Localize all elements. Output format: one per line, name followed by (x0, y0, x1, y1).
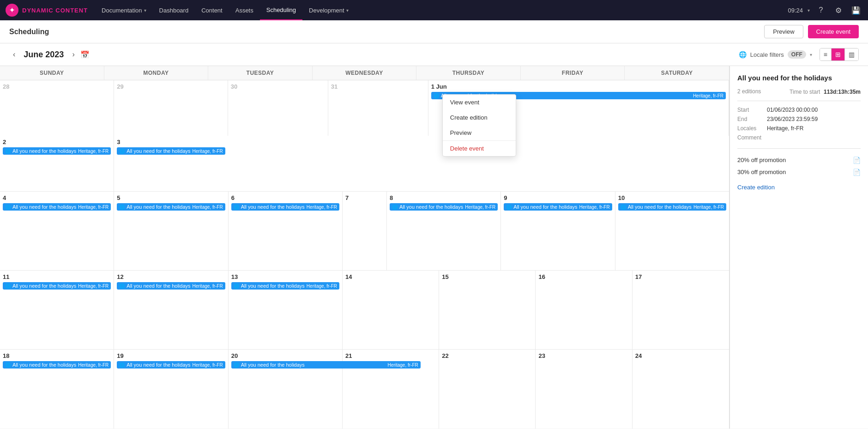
event-globe-icon: 🌐 (119, 149, 125, 154)
cal-cell-14: 14 (343, 271, 439, 349)
date-11: 11 (3, 273, 111, 280)
event-locale: Heritage, fr-FR (193, 363, 223, 368)
context-create-edition[interactable]: Create edition (443, 110, 516, 125)
logo-area[interactable]: ✦ DYNAMIC CONTENT (6, 4, 88, 17)
sidebar: All you need for the holidays 2 editions… (729, 66, 868, 429)
date-17: 17 (635, 273, 726, 280)
create-event-button[interactable]: Create event (808, 25, 859, 38)
calendar-event-4[interactable]: 🌐 All you need for the holidays Heritage… (3, 203, 111, 211)
sidebar-time-to-start-area: Time to start 113d:13h:35m (790, 88, 861, 95)
calendar-event-10[interactable]: 🌐 All you need for the holidays Heritage… (618, 203, 726, 211)
today-icon[interactable]: 📅 (80, 50, 90, 59)
day-wednesday: Wednesday (313, 66, 417, 80)
cal-cell-7: 7 (343, 192, 387, 270)
day-saturday: Saturday (625, 66, 729, 80)
context-preview[interactable]: Preview (443, 125, 516, 140)
event-globe-icon: 🌐 (234, 284, 239, 289)
days-header: Sunday Monday Tuesday Wednesday Thursday… (0, 66, 729, 80)
locale-filter-status: OFF (788, 50, 806, 59)
help-icon[interactable]: ? (814, 4, 827, 17)
date-8: 8 (390, 194, 498, 201)
settings-icon[interactable]: ⚙ (832, 4, 845, 17)
save-icon[interactable]: 💾 (850, 4, 862, 17)
week-view-button[interactable]: ▥ (845, 48, 858, 60)
event-globe-icon: 🌐 (5, 363, 11, 368)
calendar-event-12[interactable]: 🌐 All you need for the holidays Heritage… (117, 282, 225, 290)
day-sunday: Sunday (0, 66, 104, 80)
cal-cell-16: 16 (536, 271, 632, 349)
event-globe-icon: 🌐 (5, 149, 11, 154)
subheader: Scheduling Preview Create event (0, 20, 868, 43)
event-text: All you need for the holidays (399, 204, 463, 210)
chevron-down-icon: ▾ (346, 8, 349, 13)
nav-development[interactable]: Development ▾ (302, 0, 355, 20)
month-view-button[interactable]: ⊞ (832, 48, 845, 60)
cal-cell-19: 19 🌐 All you need for the holidays Herit… (114, 350, 228, 429)
event-globe-icon: 🌐 (506, 205, 512, 210)
calendar-event-9[interactable]: 🌐 All you need for the holidays Heritage… (504, 203, 612, 211)
sidebar-editions-header: 2 editions Time to start 113d:13h:35m (737, 88, 861, 95)
day-thursday: Thursday (416, 66, 521, 80)
cal-cell-2: 2 🌐 All you need for the holidays Herita… (0, 136, 114, 191)
calendar-event-11[interactable]: 🌐 All you need for the holidays Heritage… (3, 282, 111, 290)
event-locale: Heritage, fr-FR (693, 205, 724, 210)
event-globe-icon: 🌐 (5, 284, 11, 289)
preview-button[interactable]: Preview (764, 25, 803, 38)
date-21: 21 (345, 352, 436, 359)
nav-content[interactable]: Content (195, 0, 229, 20)
event-globe-icon: 🌐 (392, 205, 398, 210)
date-31: 31 (331, 83, 425, 90)
date-20: 20 (231, 352, 339, 359)
sidebar-create-edition-link[interactable]: Create edition (737, 184, 775, 191)
locale-filter-label: Locale filters (750, 51, 784, 58)
event-text: All you need for the holidays (127, 362, 190, 368)
logo-icon: ✦ (6, 4, 18, 17)
event-locale: Heritage, fr-FR (78, 363, 108, 368)
event-globe-icon: 🌐 (621, 205, 626, 210)
calendar-event-6[interactable]: 🌐 All you need for the holidays Heritage… (231, 203, 339, 211)
nav-dashboard[interactable]: Dashboard (153, 0, 195, 20)
calendar-event-8[interactable]: 🌐 All you need for the holidays Heritage… (390, 203, 498, 211)
calendar-event-18[interactable]: 🌐 All you need for the holidays Heritage… (3, 361, 111, 369)
sidebar-edition-row-1: 20% off promotion 📄 (737, 154, 861, 166)
event-locale: Heritage, fr-FR (78, 149, 108, 154)
nav-scheduling[interactable]: Scheduling (260, 0, 302, 20)
cal-cell-6: 6 🌐 All you need for the holidays Herita… (229, 192, 343, 270)
calendar-event-5[interactable]: 🌐 All you need for the holidays Heritage… (117, 203, 225, 211)
calendar-event-2[interactable]: 🌐 All you need for the holidays Heritage… (3, 147, 111, 155)
cal-cell-29: 29 (114, 80, 228, 136)
sidebar-end-value: 23/06/2023 23:59:59 (767, 116, 861, 122)
event-text: All you need for the holidays (12, 148, 76, 154)
cal-cell-18: 18 🌐 All you need for the holidays Herit… (0, 350, 114, 429)
event-locale: Heritage, fr-FR (193, 149, 223, 154)
sidebar-edition-doc-icon-1[interactable]: 📄 (853, 157, 861, 164)
logo-text: DYNAMIC CONTENT (22, 7, 88, 14)
next-month-button[interactable]: › (68, 48, 78, 60)
context-view-event[interactable]: View event (443, 95, 516, 110)
list-view-button[interactable]: ≡ (820, 48, 832, 60)
calendar-header: ‹ June 2023 › 📅 🌐 Locale filters OFF ▾ ≡… (0, 43, 868, 66)
prev-month-button[interactable]: ‹ (9, 48, 19, 60)
calendar-event-3[interactable]: 🌐 All you need for the holidays Heritage… (117, 147, 225, 155)
nav-assets[interactable]: Assets (229, 0, 260, 20)
calendar-week-3: 11 🌐 All you need for the holidays Herit… (0, 271, 729, 350)
date-12: 12 (117, 273, 225, 280)
locale-chevron-icon: ▾ (810, 52, 812, 57)
sidebar-divider-mid (737, 148, 861, 149)
date-19: 19 (117, 352, 225, 359)
date-9: 9 (504, 194, 612, 201)
cal-cell-12: 12 🌐 All you need for the holidays Herit… (114, 271, 228, 349)
cal-cell-15: 15 (439, 271, 536, 349)
event-locale: Heritage, fr-FR (78, 205, 108, 210)
sidebar-edition-doc-icon-2[interactable]: 📄 (853, 169, 861, 176)
locale-filter-area[interactable]: 🌐 Locale filters OFF ▾ (739, 50, 812, 59)
context-delete-event[interactable]: Delete event (443, 141, 516, 156)
date-2: 2 (3, 139, 111, 145)
date-24: 24 (635, 352, 726, 359)
calendar-event-19[interactable]: 🌐 All you need for the holidays Heritage… (117, 361, 225, 369)
main-layout: Sunday Monday Tuesday Wednesday Thursday… (0, 66, 868, 429)
event-text: All you need for the holidays (127, 148, 190, 154)
event-globe-icon: 🌐 (119, 284, 125, 289)
nav-documentation[interactable]: Documentation ▾ (95, 0, 152, 20)
calendar-event-13[interactable]: 🌐 All you need for the holidays Heritage… (231, 282, 339, 290)
